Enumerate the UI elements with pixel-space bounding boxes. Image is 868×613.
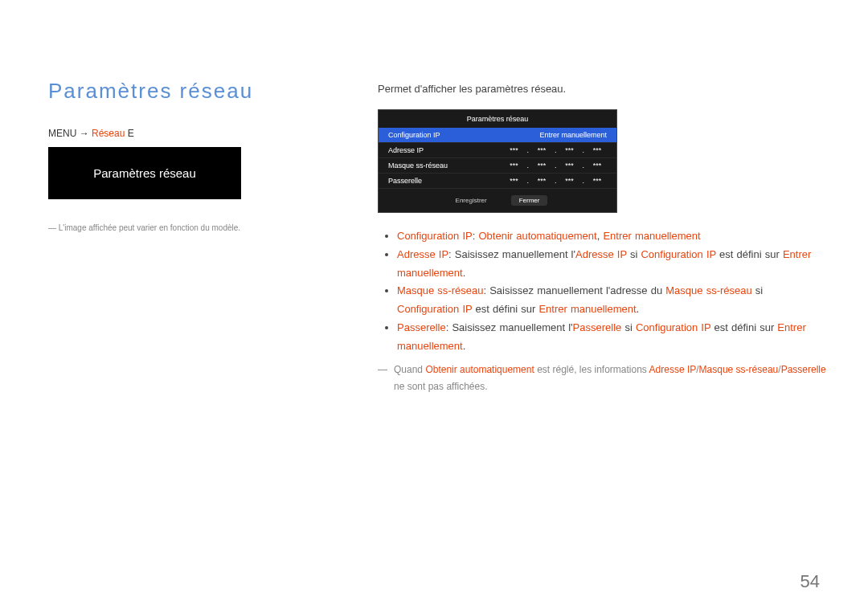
term: Obtenir automatiquement [478, 230, 596, 242]
panel-row-gateway[interactable]: Passerelle ***. ***. ***. *** [379, 174, 616, 189]
term: Masque ss-réseau [397, 284, 483, 296]
text: . [463, 340, 466, 352]
octet: *** [559, 177, 579, 185]
text: si [621, 321, 636, 333]
panel-actions: Enregistrer Fermer [379, 189, 616, 212]
ui-preview-box: Paramètres réseau [48, 147, 241, 199]
term: Masque ss-réseau [665, 284, 751, 296]
bullet-ip: Adresse IP: Saisissez manuellement l'Adr… [397, 246, 828, 283]
mask-value: ***. ***. ***. *** [504, 161, 607, 170]
term: Entrer manuellement [538, 303, 636, 315]
octet: *** [588, 177, 607, 185]
ui-preview-label: Paramètres réseau [93, 166, 196, 180]
page-number: 54 [800, 571, 820, 592]
term: Passerelle [397, 321, 446, 333]
save-button[interactable]: Enregistrer [448, 195, 495, 206]
lead-text: Permet d'afficher les paramètres réseau. [378, 83, 828, 95]
text: adresse du [610, 284, 665, 296]
close-button[interactable]: Fermer [511, 195, 548, 206]
settings-panel: Paramètres réseau Configuration IP Entre… [378, 109, 617, 213]
bullet-ipconfig: Configuration IP: Obtenir automatiquemen… [397, 227, 828, 246]
octet: *** [588, 146, 607, 154]
ipconfig-label: Configuration IP [388, 131, 440, 139]
text: : Saisissez manuellement l' [483, 284, 610, 296]
term: Adresse IP [575, 248, 627, 260]
text: si [752, 284, 764, 296]
menu-icon: MENU [48, 128, 76, 139]
octet: *** [532, 161, 551, 170]
text: : Saisissez manuellement l' [446, 321, 573, 333]
text: ne sont pas affichées. [394, 381, 488, 392]
section-title: Paramètres réseau [48, 79, 321, 104]
term: Configuration IP [641, 248, 716, 260]
dash-icon: ― [378, 362, 387, 394]
term: Obtenir automatiquement [425, 364, 534, 375]
octet: *** [504, 146, 523, 154]
text: Quand [394, 364, 425, 375]
breadcrumb: MENU → Réseau E [48, 128, 321, 139]
text: : Saisissez manuellement l' [448, 248, 575, 260]
octet: *** [559, 146, 579, 154]
term: Configuration IP [397, 303, 473, 315]
enter-icon: E [128, 128, 134, 139]
text: . [637, 303, 640, 315]
ip-label: Adresse IP [388, 146, 424, 154]
bullet-list: Configuration IP: Obtenir automatiquemen… [397, 227, 828, 355]
term: Entrer manuellement [603, 230, 700, 242]
image-disclaimer: L'image affichée peut varier en fonction… [48, 223, 321, 232]
term: Adresse IP [397, 248, 448, 260]
panel-row-mask[interactable]: Masque ss-réseau ***. ***. ***. *** [379, 158, 616, 174]
octet: *** [532, 177, 551, 185]
term: Adresse IP [649, 364, 697, 375]
gateway-value: ***. ***. ***. *** [504, 177, 607, 185]
breadcrumb-item: Réseau [92, 128, 125, 139]
text: est défini sur [716, 248, 783, 260]
gateway-label: Passerelle [388, 177, 422, 185]
octet: *** [559, 161, 579, 170]
text: . [463, 267, 466, 279]
footnote-text: Quand Obtenir automatiquement est réglé,… [394, 362, 828, 394]
octet: *** [588, 161, 607, 170]
panel-row-ipconfig[interactable]: Configuration IP Entrer manuellement [379, 128, 616, 143]
text: est défini sur [710, 321, 777, 333]
term: Passerelle [573, 321, 622, 333]
bullet-mask: Masque ss-réseau: Saisissez manuellement… [397, 282, 828, 319]
text: est défini sur [473, 303, 539, 315]
octet: *** [504, 177, 523, 185]
mask-label: Masque ss-réseau [388, 161, 448, 170]
panel-title: Paramètres réseau [379, 110, 616, 128]
text: si [627, 248, 641, 260]
bullet-gateway: Passerelle: Saisissez manuellement l'Pas… [397, 319, 828, 356]
text: est réglé, les informations [534, 364, 649, 375]
ip-value: ***. ***. ***. *** [504, 146, 607, 154]
term: Passerelle [781, 364, 826, 375]
term: Configuration IP [397, 230, 473, 242]
ipconfig-value: Entrer manuellement [539, 131, 607, 139]
octet: *** [532, 146, 551, 154]
octet: *** [504, 161, 523, 170]
footnote: ― Quand Obtenir automatiquement est régl… [378, 362, 828, 394]
arrow-icon: → [80, 128, 92, 139]
term: Configuration IP [636, 321, 711, 333]
panel-row-ip[interactable]: Adresse IP ***. ***. ***. *** [379, 143, 616, 158]
term: Masque ss-réseau [699, 364, 779, 375]
